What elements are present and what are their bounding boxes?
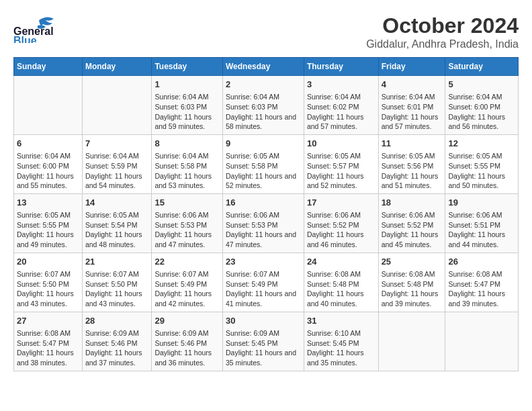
- calendar-cell: [14, 76, 83, 135]
- day-number: 27: [17, 315, 79, 327]
- day-info: Sunrise: 6:04 AM Sunset: 5:58 PM Dayligh…: [154, 151, 220, 191]
- day-number: 10: [307, 138, 375, 150]
- calendar-cell: 29Sunrise: 6:09 AM Sunset: 5:46 PM Dayli…: [152, 312, 223, 371]
- day-number: 24: [307, 256, 375, 268]
- day-info: Sunrise: 6:06 AM Sunset: 5:53 PM Dayligh…: [154, 210, 220, 250]
- header-thursday: Thursday: [304, 58, 378, 76]
- day-info: Sunrise: 6:06 AM Sunset: 5:52 PM Dayligh…: [307, 210, 375, 250]
- day-number: 5: [448, 79, 515, 91]
- calendar-cell: 15Sunrise: 6:06 AM Sunset: 5:53 PM Dayli…: [152, 193, 223, 253]
- day-number: 12: [448, 138, 515, 150]
- day-info: Sunrise: 6:09 AM Sunset: 5:46 PM Dayligh…: [85, 328, 149, 368]
- day-number: 14: [85, 197, 149, 209]
- calendar-cell: 31Sunrise: 6:10 AM Sunset: 5:45 PM Dayli…: [304, 312, 378, 371]
- day-info: Sunrise: 6:05 AM Sunset: 5:55 PM Dayligh…: [448, 151, 515, 191]
- calendar-cell: 14Sunrise: 6:05 AM Sunset: 5:54 PM Dayli…: [82, 193, 152, 253]
- day-info: Sunrise: 6:08 AM Sunset: 5:47 PM Dayligh…: [17, 328, 79, 368]
- calendar-cell: 21Sunrise: 6:07 AM Sunset: 5:50 PM Dayli…: [82, 253, 152, 312]
- week-row-3: 20Sunrise: 6:07 AM Sunset: 5:50 PM Dayli…: [14, 253, 519, 312]
- day-number: 8: [154, 138, 220, 150]
- calendar-cell: 7Sunrise: 6:04 AM Sunset: 5:59 PM Daylig…: [82, 134, 152, 193]
- day-info: Sunrise: 6:04 AM Sunset: 5:59 PM Dayligh…: [85, 151, 149, 191]
- day-number: 23: [226, 256, 301, 268]
- day-number: 26: [448, 256, 515, 268]
- calendar-cell: 2Sunrise: 6:04 AM Sunset: 6:03 PM Daylig…: [222, 76, 304, 135]
- calendar-cell: 9Sunrise: 6:05 AM Sunset: 5:58 PM Daylig…: [222, 134, 304, 193]
- week-row-4: 27Sunrise: 6:08 AM Sunset: 5:47 PM Dayli…: [14, 312, 519, 371]
- day-info: Sunrise: 6:07 AM Sunset: 5:49 PM Dayligh…: [154, 269, 220, 309]
- calendar-cell: 11Sunrise: 6:05 AM Sunset: 5:56 PM Dayli…: [378, 134, 445, 193]
- day-info: Sunrise: 6:09 AM Sunset: 5:45 PM Dayligh…: [226, 328, 301, 368]
- calendar-cell: 26Sunrise: 6:08 AM Sunset: 5:47 PM Dayli…: [445, 253, 519, 312]
- day-number: 21: [85, 256, 149, 268]
- calendar-cell: 23Sunrise: 6:07 AM Sunset: 5:49 PM Dayli…: [222, 253, 304, 312]
- day-number: 31: [307, 315, 375, 327]
- calendar-cell: 13Sunrise: 6:05 AM Sunset: 5:55 PM Dayli…: [14, 193, 83, 253]
- logo: General Blue: [13, 13, 74, 43]
- day-info: Sunrise: 6:04 AM Sunset: 6:00 PM Dayligh…: [448, 92, 515, 132]
- calendar-cell: [378, 312, 445, 371]
- day-number: 15: [154, 197, 220, 209]
- day-number: 19: [448, 197, 515, 209]
- day-info: Sunrise: 6:06 AM Sunset: 5:52 PM Dayligh…: [382, 210, 443, 250]
- day-number: 18: [382, 197, 443, 209]
- header-sunday: Sunday: [14, 58, 83, 76]
- day-info: Sunrise: 6:07 AM Sunset: 5:50 PM Dayligh…: [17, 269, 79, 309]
- day-info: Sunrise: 6:05 AM Sunset: 5:58 PM Dayligh…: [226, 151, 301, 191]
- calendar-cell: 30Sunrise: 6:09 AM Sunset: 5:45 PM Dayli…: [222, 312, 304, 371]
- day-info: Sunrise: 6:10 AM Sunset: 5:45 PM Dayligh…: [307, 328, 375, 368]
- day-info: Sunrise: 6:04 AM Sunset: 6:02 PM Dayligh…: [307, 92, 375, 132]
- day-info: Sunrise: 6:04 AM Sunset: 6:01 PM Dayligh…: [382, 92, 443, 132]
- calendar-cell: 1Sunrise: 6:04 AM Sunset: 6:03 PM Daylig…: [152, 76, 223, 135]
- day-info: Sunrise: 6:08 AM Sunset: 5:48 PM Dayligh…: [382, 269, 443, 309]
- day-number: 13: [17, 197, 79, 209]
- day-info: Sunrise: 6:06 AM Sunset: 5:53 PM Dayligh…: [226, 210, 301, 250]
- day-info: Sunrise: 6:05 AM Sunset: 5:57 PM Dayligh…: [307, 151, 375, 191]
- day-info: Sunrise: 6:06 AM Sunset: 5:51 PM Dayligh…: [448, 210, 515, 250]
- calendar-cell: 3Sunrise: 6:04 AM Sunset: 6:02 PM Daylig…: [304, 76, 378, 135]
- day-number: 29: [154, 315, 220, 327]
- day-info: Sunrise: 6:05 AM Sunset: 5:55 PM Dayligh…: [17, 210, 79, 250]
- calendar-cell: 10Sunrise: 6:05 AM Sunset: 5:57 PM Dayli…: [304, 134, 378, 193]
- calendar-header-row: SundayMondayTuesdayWednesdayThursdayFrid…: [14, 58, 519, 76]
- calendar-cell: 28Sunrise: 6:09 AM Sunset: 5:46 PM Dayli…: [82, 312, 152, 371]
- title-block: October 2024 Giddalur, Andhra Pradesh, I…: [366, 13, 519, 50]
- page-header: General Blue October 2024 Giddalur, Andh…: [13, 13, 519, 50]
- day-number: 7: [85, 138, 149, 150]
- header-saturday: Saturday: [445, 58, 519, 76]
- day-number: 9: [226, 138, 301, 150]
- day-number: 25: [382, 256, 443, 268]
- day-number: 17: [307, 197, 375, 209]
- calendar-table: SundayMondayTuesdayWednesdayThursdayFrid…: [13, 57, 519, 371]
- day-info: Sunrise: 6:04 AM Sunset: 6:00 PM Dayligh…: [17, 151, 79, 191]
- calendar-cell: 6Sunrise: 6:04 AM Sunset: 6:00 PM Daylig…: [14, 134, 83, 193]
- calendar-cell: 5Sunrise: 6:04 AM Sunset: 6:00 PM Daylig…: [445, 76, 519, 135]
- day-info: Sunrise: 6:04 AM Sunset: 6:03 PM Dayligh…: [226, 92, 301, 132]
- day-info: Sunrise: 6:07 AM Sunset: 5:49 PM Dayligh…: [226, 269, 301, 309]
- day-info: Sunrise: 6:07 AM Sunset: 5:50 PM Dayligh…: [85, 269, 149, 309]
- header-tuesday: Tuesday: [152, 58, 223, 76]
- calendar-cell: [445, 312, 519, 371]
- day-number: 20: [17, 256, 79, 268]
- header-monday: Monday: [82, 58, 152, 76]
- day-number: 4: [382, 79, 443, 91]
- week-row-1: 6Sunrise: 6:04 AM Sunset: 6:00 PM Daylig…: [14, 134, 519, 193]
- page-subtitle: Giddalur, Andhra Pradesh, India: [366, 38, 519, 50]
- day-info: Sunrise: 6:08 AM Sunset: 5:48 PM Dayligh…: [307, 269, 375, 309]
- week-row-0: 1Sunrise: 6:04 AM Sunset: 6:03 PM Daylig…: [14, 76, 519, 135]
- calendar-cell: 16Sunrise: 6:06 AM Sunset: 5:53 PM Dayli…: [222, 193, 304, 253]
- day-number: 3: [307, 79, 375, 91]
- calendar-cell: 27Sunrise: 6:08 AM Sunset: 5:47 PM Dayli…: [14, 312, 83, 371]
- logo-svg: General Blue: [13, 13, 74, 43]
- day-number: 16: [226, 197, 301, 209]
- day-number: 2: [226, 79, 301, 91]
- calendar-cell: 4Sunrise: 6:04 AM Sunset: 6:01 PM Daylig…: [378, 76, 445, 135]
- calendar-cell: 8Sunrise: 6:04 AM Sunset: 5:58 PM Daylig…: [152, 134, 223, 193]
- calendar-body: 1Sunrise: 6:04 AM Sunset: 6:03 PM Daylig…: [14, 76, 519, 371]
- day-info: Sunrise: 6:04 AM Sunset: 6:03 PM Dayligh…: [154, 92, 220, 132]
- day-info: Sunrise: 6:09 AM Sunset: 5:46 PM Dayligh…: [154, 328, 220, 368]
- day-number: 30: [226, 315, 301, 327]
- calendar-cell: 22Sunrise: 6:07 AM Sunset: 5:49 PM Dayli…: [152, 253, 223, 312]
- page-title: October 2024: [366, 13, 519, 38]
- calendar-cell: [82, 76, 152, 135]
